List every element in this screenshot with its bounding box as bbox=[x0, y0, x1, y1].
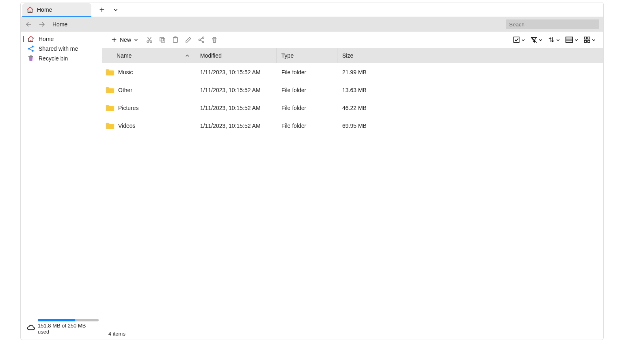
cell-name: Videos bbox=[118, 123, 136, 129]
sort-dropdown[interactable] bbox=[546, 35, 562, 44]
chevron-down-icon bbox=[556, 38, 560, 42]
file-manager-window: Home Home bbox=[20, 2, 604, 340]
copy-button[interactable] bbox=[157, 34, 168, 45]
tab-bar: Home bbox=[21, 2, 603, 17]
tab-dropdown-button[interactable] bbox=[112, 6, 120, 14]
address-bar: Home bbox=[21, 17, 603, 32]
cell-type: File folder bbox=[281, 123, 306, 129]
storage-label: 151.8 MB of 250 MB used bbox=[38, 323, 99, 335]
new-tab-button[interactable] bbox=[98, 6, 106, 14]
cell-size: 13.63 MB bbox=[342, 87, 367, 93]
cell-size: 46.22 MB bbox=[342, 105, 367, 111]
home-icon bbox=[27, 35, 35, 43]
cell-modified: 1/11/2023, 10:15:52 AM bbox=[200, 123, 261, 129]
svg-rect-22 bbox=[588, 37, 590, 39]
sidebar-item-recycle[interactable]: Recycle bin bbox=[21, 54, 102, 63]
column-label: Name bbox=[117, 52, 132, 59]
paste-button[interactable] bbox=[170, 34, 181, 45]
sidebar: Home Shared with me Recycle bin bbox=[21, 32, 102, 340]
svg-rect-9 bbox=[161, 39, 165, 42]
svg-rect-23 bbox=[584, 41, 586, 43]
cell-size: 69.95 MB bbox=[342, 123, 367, 129]
status-bar: 4 items bbox=[102, 327, 603, 340]
svg-point-3 bbox=[32, 46, 34, 48]
cell-type: File folder bbox=[281, 105, 306, 111]
cell-type: File folder bbox=[281, 69, 306, 75]
sidebar-item-label: Recycle bin bbox=[39, 55, 68, 62]
filter-dropdown[interactable] bbox=[529, 35, 544, 44]
folder-icon bbox=[105, 122, 114, 129]
storage-indicator: 151.8 MB of 250 MB used bbox=[21, 317, 102, 337]
new-button[interactable]: New bbox=[108, 35, 142, 45]
new-button-label: New bbox=[120, 37, 131, 43]
column-header-modified[interactable]: Modified bbox=[195, 48, 276, 63]
table-row[interactable]: Pictures1/11/2023, 10:15:52 AMFile folde… bbox=[102, 99, 603, 117]
svg-rect-16 bbox=[514, 37, 519, 43]
svg-point-4 bbox=[32, 50, 34, 52]
cloud-icon bbox=[26, 323, 35, 331]
svg-rect-1 bbox=[30, 40, 31, 42]
cell-name: Music bbox=[118, 69, 133, 75]
sidebar-item-home[interactable]: Home bbox=[21, 34, 102, 44]
column-header-name[interactable]: Name bbox=[102, 48, 195, 63]
folder-icon bbox=[105, 86, 114, 94]
cell-size: 21.99 MB bbox=[342, 69, 367, 75]
storage-bar bbox=[38, 319, 99, 321]
column-label: Type bbox=[281, 52, 294, 59]
column-header-type[interactable]: Type bbox=[276, 48, 337, 63]
body: Home Shared with me Recycle bin bbox=[21, 32, 603, 340]
cell-modified: 1/11/2023, 10:15:52 AM bbox=[200, 87, 261, 93]
rename-button[interactable] bbox=[183, 34, 194, 45]
svg-point-2 bbox=[28, 48, 30, 50]
nav-forward-button[interactable] bbox=[38, 20, 46, 28]
cut-button[interactable] bbox=[144, 34, 155, 45]
svg-rect-21 bbox=[584, 37, 586, 39]
column-label: Modified bbox=[200, 52, 222, 59]
table-row[interactable]: Videos1/11/2023, 10:15:52 AMFile folder6… bbox=[102, 117, 603, 135]
svg-rect-10 bbox=[160, 37, 164, 41]
search-input[interactable] bbox=[506, 19, 599, 29]
chevron-down-icon bbox=[574, 38, 579, 42]
chevron-down-icon bbox=[521, 38, 525, 42]
trash-icon bbox=[27, 55, 35, 62]
details-dropdown[interactable] bbox=[564, 35, 580, 44]
table-row[interactable]: Music1/11/2023, 10:15:52 AMFile folder21… bbox=[102, 63, 603, 81]
table-header: Name Modified Type Size bbox=[102, 48, 603, 63]
delete-button[interactable] bbox=[209, 34, 220, 45]
svg-rect-5 bbox=[28, 56, 33, 57]
filter-off-icon bbox=[530, 36, 538, 43]
svg-rect-18 bbox=[566, 37, 573, 42]
chevron-down-icon bbox=[538, 38, 543, 42]
tab-label: Home bbox=[37, 6, 52, 13]
layout-dropdown[interactable] bbox=[582, 35, 598, 44]
column-label: Size bbox=[342, 52, 353, 59]
file-table: Name Modified Type Size bbox=[102, 48, 603, 327]
breadcrumb[interactable]: Home bbox=[51, 21, 501, 28]
checkbox-icon bbox=[513, 36, 520, 43]
chevron-down-icon bbox=[134, 37, 138, 42]
share-icon bbox=[27, 45, 35, 52]
grid-icon bbox=[583, 36, 591, 43]
tab-home[interactable]: Home bbox=[22, 3, 91, 17]
share-button[interactable] bbox=[196, 34, 207, 45]
home-icon bbox=[26, 6, 34, 13]
svg-rect-24 bbox=[588, 41, 590, 43]
column-header-spacer bbox=[394, 48, 603, 63]
folder-icon bbox=[105, 104, 114, 112]
main-panel: New bbox=[102, 32, 603, 340]
status-item-count: 4 items bbox=[108, 331, 125, 337]
cell-modified: 1/11/2023, 10:15:52 AM bbox=[200, 105, 261, 111]
sort-asc-icon bbox=[185, 53, 190, 58]
plus-icon bbox=[111, 37, 117, 43]
svg-rect-6 bbox=[30, 56, 32, 56]
sidebar-item-shared[interactable]: Shared with me bbox=[21, 44, 102, 54]
chevron-down-icon bbox=[592, 38, 596, 42]
svg-rect-0 bbox=[30, 11, 30, 13]
column-header-size[interactable]: Size bbox=[337, 48, 394, 63]
cell-name: Other bbox=[118, 87, 132, 93]
cell-modified: 1/11/2023, 10:15:52 AM bbox=[200, 69, 261, 75]
table-row[interactable]: Other1/11/2023, 10:15:52 AMFile folder13… bbox=[102, 81, 603, 99]
select-dropdown[interactable] bbox=[511, 35, 527, 44]
details-view-icon bbox=[565, 36, 573, 43]
nav-back-button[interactable] bbox=[25, 20, 33, 28]
